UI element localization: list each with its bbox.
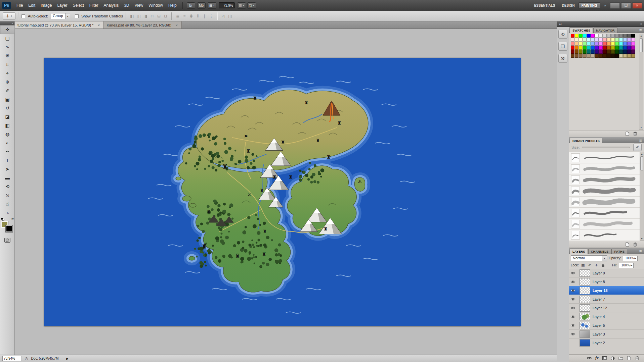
workspace-painting[interactable]: PAINTING <box>578 2 600 9</box>
swatch-4-10[interactable] <box>611 50 615 54</box>
move-tool[interactable]: ✛ <box>0 25 15 34</box>
new-group-icon[interactable] <box>618 356 623 360</box>
rectangular-marquee-tool[interactable]: ▢ <box>0 34 15 43</box>
brush-preset-6[interactable] <box>569 208 640 219</box>
swatch-3-15[interactable] <box>631 46 635 50</box>
lock-position-icon[interactable]: ✛ <box>594 263 599 267</box>
minimize-button[interactable]: – <box>610 2 620 9</box>
distribute-center-v-icon[interactable]: ≡ <box>181 14 187 18</box>
swatch-2-13[interactable] <box>623 42 627 46</box>
swatch-4-13[interactable] <box>623 50 627 54</box>
document-tab[interactable]: tutorial map.psd @ 73.9% (Layer 15, RGB/… <box>15 21 104 29</box>
visibility-toggle[interactable] <box>569 269 577 277</box>
status-flyout-icon[interactable]: ▶ <box>66 357 69 360</box>
menu-file[interactable]: File <box>14 0 26 11</box>
swatch-2-1[interactable] <box>575 42 578 46</box>
visibility-toggle[interactable] <box>569 295 577 303</box>
adjustment-layer-icon[interactable] <box>611 356 615 360</box>
eraser-tool[interactable]: ◪ <box>0 112 15 121</box>
quick-selection-tool[interactable]: ✳ <box>0 51 15 60</box>
brush-preset-4[interactable] <box>569 186 640 197</box>
swatch-1-15[interactable] <box>631 38 635 42</box>
add-layer-mask-icon[interactable] <box>602 356 607 360</box>
new-swatch-icon[interactable] <box>625 132 630 136</box>
align-center-h-icon[interactable]: ◫ <box>136 14 142 18</box>
brush-preset-5[interactable] <box>569 197 640 208</box>
panel-menu-icon[interactable]: ≣ <box>638 139 643 143</box>
gradient-tool[interactable]: ◧ <box>0 121 15 130</box>
lock-pixels-icon[interactable]: ✐ <box>587 263 592 267</box>
tab-navigator[interactable]: NAVIGATOR <box>593 28 617 33</box>
swatch-1-11[interactable] <box>615 38 619 42</box>
distribute-left-icon[interactable]: ‖ <box>195 14 201 18</box>
menu-edit[interactable]: Edit <box>26 0 38 11</box>
swatch-0-1[interactable] <box>575 34 578 38</box>
arrange-documents-button[interactable]: ▥▾ <box>237 2 246 9</box>
swatch-2-11[interactable] <box>615 42 619 46</box>
dock-menu-icon[interactable]: ≡ <box>640 22 642 25</box>
swatch-4-4[interactable] <box>587 50 591 54</box>
pen-tool[interactable]: ✒ <box>0 147 15 156</box>
swatch-4-8[interactable] <box>603 50 607 54</box>
visibility-toggle[interactable] <box>569 277 577 286</box>
swatch-5-4[interactable] <box>587 54 591 58</box>
swatch-4-11[interactable] <box>615 50 619 54</box>
swatch-0-15[interactable] <box>631 34 635 38</box>
layer-row[interactable]: Layer 15 <box>569 286 644 295</box>
menu-window[interactable]: Window <box>146 0 166 11</box>
menu-layer[interactable]: Layer <box>54 0 70 11</box>
panel-icon-history[interactable]: ⟲ <box>558 30 567 39</box>
brush-scrollbar[interactable]: ▲ ▼ <box>640 152 644 241</box>
align-right-icon[interactable]: ◨ <box>142 14 148 18</box>
swatch-5-1[interactable] <box>575 54 578 58</box>
menu-help[interactable]: Help <box>166 0 179 11</box>
swatch-0-6[interactable] <box>595 34 599 38</box>
swatch-2-14[interactable] <box>627 42 631 46</box>
distribute-bottom-icon[interactable]: ⋕ <box>188 14 194 18</box>
layer-row[interactable]: Layer 8 <box>569 277 644 286</box>
swatch-4-2[interactable] <box>579 50 583 54</box>
close-button[interactable]: ✕ <box>632 2 642 9</box>
scroll-down-icon[interactable]: ▼ <box>640 126 642 129</box>
blur-tool[interactable]: ◍ <box>0 130 15 139</box>
layer-row[interactable]: Layer 3 <box>569 330 644 339</box>
swatch-2-3[interactable] <box>583 42 587 46</box>
swatch-0-4[interactable] <box>587 34 591 38</box>
visibility-toggle[interactable] <box>569 312 577 321</box>
swatch-3-12[interactable] <box>619 46 623 50</box>
swatch-0-7[interactable] <box>599 34 603 38</box>
swatch-5-9[interactable] <box>607 54 611 58</box>
document-canvas[interactable]: ♜♜♜⚑♜♜♜♜♜♜♜⚓♜⚔♜♜♜♜♜♜ <box>44 58 521 326</box>
background-color-swatch[interactable] <box>6 225 12 232</box>
launch-bridge-button[interactable]: Br <box>187 2 195 9</box>
swatch-4-0[interactable] <box>571 50 574 54</box>
workspace-design[interactable]: DESIGN <box>559 2 577 9</box>
layer-row[interactable]: Layer 12 <box>569 304 644 312</box>
toggle-brush-panel-icon[interactable]: ✐ <box>633 144 642 151</box>
swatch-1-2[interactable] <box>579 38 583 42</box>
view-extras-button[interactable]: ▦▾ <box>208 2 216 9</box>
swatch-1-1[interactable] <box>575 38 578 42</box>
healing-brush-tool[interactable]: ⊕ <box>0 77 15 86</box>
swatch-1-6[interactable] <box>595 38 599 42</box>
swatch-0-0[interactable] <box>571 34 574 38</box>
swatch-3-9[interactable] <box>607 46 611 50</box>
delete-brush-icon[interactable] <box>633 242 637 247</box>
document-tab[interactable]: Kanes.psd @ 80.7% (Layer 23, RGB/8)× <box>104 21 182 29</box>
swatch-3-10[interactable] <box>611 46 615 50</box>
swatch-5-7[interactable] <box>599 54 603 58</box>
swatch-5-15[interactable] <box>631 54 635 58</box>
swatch-1-14[interactable] <box>627 38 631 42</box>
swatch-0-12[interactable] <box>619 34 623 38</box>
align-center-v-icon[interactable]: ⊟ <box>156 14 162 18</box>
lock-transparency-icon[interactable]: ▦ <box>581 263 586 267</box>
swatch-3-2[interactable] <box>579 46 583 50</box>
screen-mode-button[interactable]: ◱▾ <box>247 2 256 9</box>
swatch-4-1[interactable] <box>575 50 578 54</box>
layer-row[interactable]: Layer 5 <box>569 321 644 330</box>
scroll-up-icon[interactable]: ▲ <box>640 34 642 38</box>
swatch-0-9[interactable] <box>607 34 611 38</box>
align-bottom-icon[interactable]: ⊔ <box>163 14 169 18</box>
swatch-4-14[interactable] <box>627 50 631 54</box>
swatch-3-7[interactable] <box>599 46 603 50</box>
